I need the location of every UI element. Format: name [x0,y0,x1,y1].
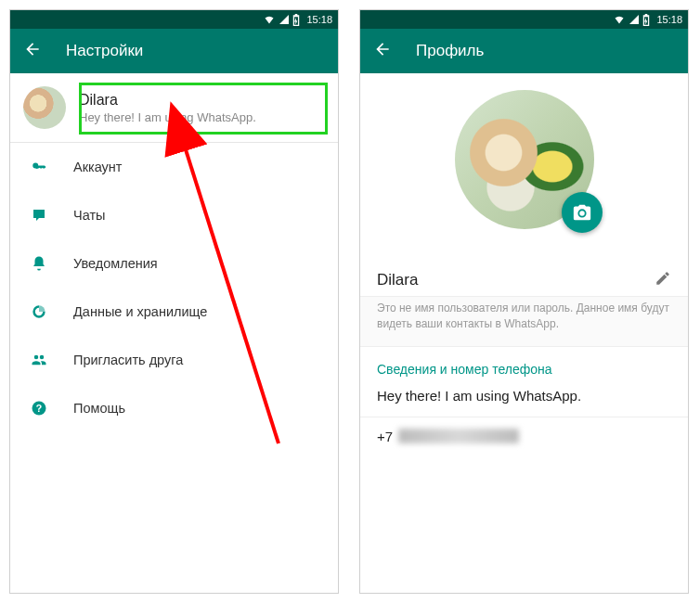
profile-status: Hey there! I am using WhatsApp. [79,110,325,124]
settings-item-help[interactable]: ? Помощь [10,384,338,432]
settings-item-label: Помощь [73,401,125,416]
settings-item-account[interactable]: Аккаунт [10,143,338,191]
status-time: 15:18 [656,14,682,25]
key-icon [29,159,49,175]
change-photo-button[interactable] [562,192,603,233]
phone-row[interactable]: +7 [360,417,688,455]
battery-icon [642,14,650,26]
help-icon: ? [29,400,49,417]
chat-icon [29,207,49,224]
settings-item-notifications[interactable]: Уведомления [10,239,338,288]
settings-item-data[interactable]: Данные и хранилище [10,288,338,336]
settings-item-label: Данные и хранилище [73,304,207,319]
cell-icon [279,14,290,25]
avatar [23,86,66,129]
data-icon [29,302,49,321]
settings-item-label: Аккаунт [73,160,122,174]
settings-screen: 15:18 Настройки Dilara Hey there! I am u… [9,9,339,594]
about-text[interactable]: Hey there! I am using WhatsApp. [360,384,688,417]
settings-item-label: Пригласить друга [73,353,183,367]
status-bar: 15:18 [10,10,338,29]
settings-item-invite[interactable]: Пригласить друга [10,336,338,384]
page-title: Настройки [66,42,143,60]
back-icon[interactable] [23,40,42,62]
wifi-icon [263,14,276,25]
page-title: Профиль [416,42,484,60]
name-hint: Это не имя пользователя или пароль. Данн… [360,296,688,347]
about-section-title: Сведения и номер телефона [360,347,688,384]
invite-icon [29,352,49,368]
back-icon[interactable] [373,40,392,62]
settings-item-label: Чаты [73,208,105,223]
svg-text:?: ? [36,403,42,414]
profile-photo-section [360,73,688,255]
profile-row[interactable]: Dilara Hey there! I am using WhatsApp. [10,73,338,142]
edit-icon[interactable] [655,270,671,290]
bell-icon [29,255,49,272]
status-time: 15:18 [306,14,332,25]
phone-prefix: +7 [377,429,393,444]
camera-icon [572,202,592,223]
phone-number-blurred [398,429,519,443]
battery-icon [292,14,300,26]
display-name: Dilara [377,271,418,289]
profile-name: Dilara [79,92,325,109]
status-bar: 15:18 [360,10,688,29]
settings-item-chats[interactable]: Чаты [10,191,338,239]
app-bar: Настройки [10,29,338,73]
profile-screen: 15:18 Профиль Dilara Это не имя пользова… [359,9,689,594]
cell-icon [629,14,640,25]
name-row[interactable]: Dilara [360,255,688,296]
settings-item-label: Уведомления [73,256,158,271]
app-bar: Профиль [360,29,688,73]
wifi-icon [613,14,626,25]
